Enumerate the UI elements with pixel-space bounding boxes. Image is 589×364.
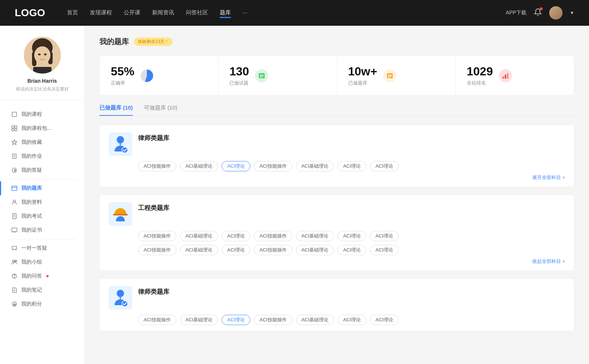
tag-eng-r2-2[interactable]: ACI理论 [222, 245, 250, 255]
lawyer-icon-svg-2 [112, 288, 129, 307]
user-avatar[interactable] [549, 6, 562, 19]
sidebar-item-mygroup[interactable]: 我的小组 [0, 255, 84, 269]
sidebar-item-homework[interactable]: 我的作业 [0, 149, 84, 163]
nav-link-news[interactable]: 新闻资讯 [152, 8, 174, 18]
tag-eng-0[interactable]: ACI技能操作 [138, 231, 176, 241]
stat-done-banks-text: 10w+ 已做题库 [348, 65, 377, 86]
sidebar-item-mycourse[interactable]: 我的课程 [0, 107, 84, 121]
tag-eng-4[interactable]: ACI基础理论 [296, 231, 334, 241]
tag-lawyer-2-1[interactable]: ACI基础理论 [180, 315, 218, 325]
tag-eng-r2-4[interactable]: ACI基础理论 [296, 245, 334, 255]
sidebar-item-mypoints[interactable]: ★ 我的积分 [0, 297, 84, 311]
nav-link-more[interactable]: ··· [243, 8, 247, 18]
app-download-button[interactable]: APP下载 [506, 10, 526, 16]
sidebar-item-myexam[interactable]: 我的考试 [0, 209, 84, 223]
tag-eng-r2-6[interactable]: ACI理论 [370, 245, 399, 255]
tag-eng-r2-3[interactable]: ACI技能操作 [254, 245, 292, 255]
svg-rect-10 [12, 126, 14, 128]
myprofile-icon [11, 199, 18, 206]
collapse-link-engineer[interactable]: 收起全部科目 > [532, 258, 565, 265]
questionbank-icon [11, 185, 18, 192]
tag-eng-r2-1[interactable]: ACI基础理论 [180, 245, 218, 255]
sidebar: Brian Harris 错误的决定比没有决定要好 我的课程 我的课程包... [0, 26, 85, 364]
sidebar-item-mynotes[interactable]: 我的笔记 [0, 283, 84, 297]
tag-eng-3[interactable]: ACI技能操作 [254, 231, 292, 241]
tag-lawyer-1-4[interactable]: ACI基础理论 [296, 161, 334, 171]
sidebar-item-myquestions[interactable]: 我的问答 [0, 269, 84, 283]
tag-lawyer-2-6[interactable]: ACI理论 [370, 315, 399, 325]
tag-lawyer-2-3[interactable]: ACI技能操作 [254, 315, 292, 325]
main-layout: Brian Harris 错误的决定比没有决定要好 我的课程 我的课程包... [0, 26, 589, 364]
stat-ranking-text: 1029 全站排名 [467, 65, 493, 86]
tag-lawyer-1-2[interactable]: ACI理论 [222, 161, 250, 171]
tag-lawyer-1-3[interactable]: ACI技能操作 [254, 161, 292, 171]
logo[interactable]: LOGO [15, 7, 45, 19]
tag-eng-6[interactable]: ACI理论 [370, 231, 399, 241]
notification-bell[interactable] [534, 8, 542, 18]
bank-icon-lawyer-1 [109, 132, 132, 156]
stat-accuracy-text: 55% 正确率 [111, 65, 134, 86]
tag-lawyer-1-1[interactable]: ACI基础理论 [180, 161, 218, 171]
stat-done-banks: 10w+ 已做题库 [337, 56, 456, 95]
pie-chart [141, 69, 153, 82]
bank-footer-lawyer-1: 展开全部科目 > [109, 174, 565, 181]
lawyer-icon-svg [112, 135, 129, 154]
bank-footer-engineer: 收起全部科目 > [109, 258, 565, 265]
tag-lawyer-2-2[interactable]: ACI理论 [222, 315, 250, 325]
tab-done-banks[interactable]: 已做题库 (10) [99, 104, 133, 115]
tag-eng-5[interactable]: ACI理论 [338, 231, 366, 241]
nav-link-home[interactable]: 首页 [67, 8, 78, 18]
page-title: 我的题库 [99, 37, 129, 47]
list-orange-icon [386, 72, 394, 79]
stat-ranking: 1029 全站排名 [456, 56, 574, 95]
tag-lawyer-2-0[interactable]: ACI技能操作 [138, 315, 176, 325]
done-questions-icon [255, 69, 268, 82]
tag-eng-1[interactable]: ACI基础理论 [180, 231, 218, 241]
stat-done-banks-label: 已做题库 [348, 80, 377, 86]
sidebar-profile: Brian Harris 错误的决定比没有决定要好 [0, 37, 84, 100]
tab-available-banks[interactable]: 可做题库 (10) [144, 104, 177, 115]
svg-point-52 [117, 290, 124, 297]
tag-eng-r2-5[interactable]: ACI理论 [338, 245, 366, 255]
nav-link-questionbank[interactable]: 题库 [220, 8, 231, 18]
sidebar-item-myanswers[interactable]: ? 我的答疑 [0, 163, 84, 177]
tag-lawyer-1-0[interactable]: ACI技能操作 [138, 161, 176, 171]
svg-point-32 [14, 278, 15, 278]
stat-done-questions-label: 已做试题 [229, 80, 249, 86]
chart-red-icon [502, 72, 509, 79]
bank-card-lawyer-2: 律师类题库 ACI技能操作 ACI基础理论 ACI理论 ACI技能操作 ACI基… [99, 278, 574, 331]
user-menu-chevron[interactable]: ▼ [570, 10, 574, 15]
nav-link-opencourse[interactable]: 公开课 [124, 8, 140, 18]
sidebar-divider-2 [7, 239, 77, 239]
tag-eng-r2-0[interactable]: ACI技能操作 [138, 245, 176, 255]
svg-rect-26 [12, 228, 17, 232]
sidebar-item-coursepackage[interactable]: 我的课程包... [0, 121, 84, 135]
homework-icon [11, 153, 18, 160]
svg-rect-46 [505, 75, 506, 79]
tag-eng-2[interactable]: ACI理论 [222, 231, 250, 241]
avatar-svg [24, 37, 61, 74]
mygroup-icon [11, 259, 18, 265]
sidebar-item-favorites[interactable]: 我的收藏 [0, 135, 84, 149]
nav-link-qa[interactable]: 问答社区 [186, 8, 208, 18]
accuracy-icon [140, 69, 154, 82]
sidebar-divider-1 [7, 179, 77, 179]
sidebar-item-myprofile[interactable]: 我的资料 [0, 195, 84, 209]
sidebar-item-1on1[interactable]: 一对一答疑 [0, 241, 84, 255]
coursepackage-icon [11, 125, 18, 132]
sidebar-item-questionbank[interactable]: 我的题库 [0, 181, 84, 195]
sidebar-item-certificate[interactable]: 我的证书 [0, 223, 84, 237]
svg-point-7 [38, 54, 40, 56]
tag-lawyer-1-6[interactable]: ACI理论 [370, 161, 399, 171]
bank-tags-engineer-row1: ACI技能操作 ACI基础理论 ACI理论 ACI技能操作 ACI基础理论 AC… [138, 231, 565, 241]
tag-lawyer-2-4[interactable]: ACI基础理论 [296, 315, 334, 325]
expand-link-lawyer-1[interactable]: 展开全部科目 > [532, 174, 565, 181]
tag-lawyer-2-5[interactable]: ACI理论 [338, 315, 366, 325]
tag-lawyer-1-5[interactable]: ACI理论 [338, 161, 366, 171]
stat-ranking-value: 1029 [467, 65, 493, 78]
stat-done-questions-text: 130 已做试题 [229, 65, 249, 86]
sidebar-username: Brian Harris [27, 78, 57, 84]
stat-done-questions-value: 130 [229, 65, 249, 78]
nav-link-discover[interactable]: 发现课程 [90, 8, 112, 18]
bank-card-lawyer-1-header: 律师类题库 [109, 132, 565, 156]
